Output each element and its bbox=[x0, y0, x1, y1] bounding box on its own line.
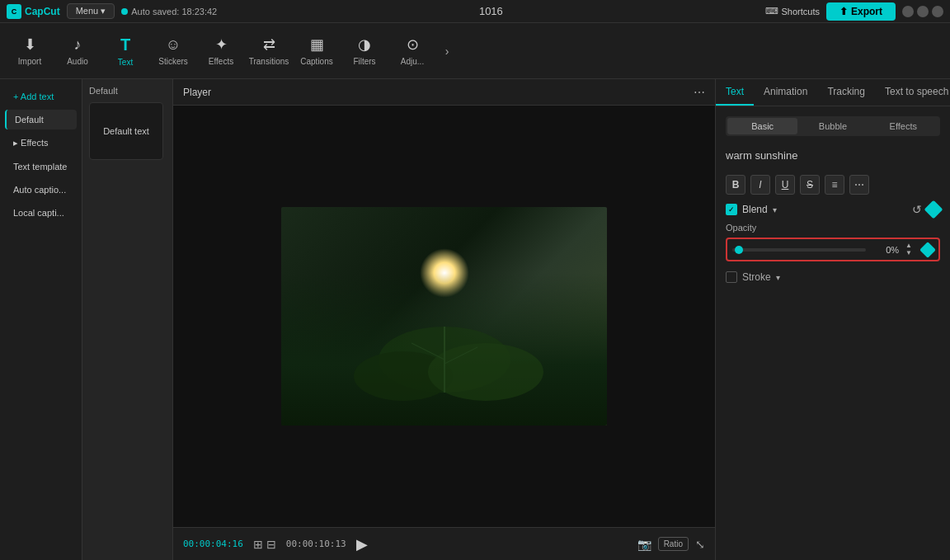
tool-audio[interactable]: ♪ Audio bbox=[54, 26, 101, 76]
tool-filters[interactable]: ◑ Filters bbox=[341, 26, 388, 76]
stickers-icon: ☺ bbox=[166, 36, 181, 54]
tool-effects[interactable]: ✦ Effects bbox=[198, 26, 244, 76]
tool-adjust[interactable]: ⊙ Adju... bbox=[389, 26, 435, 76]
stroke-checkbox[interactable] bbox=[726, 271, 737, 283]
transitions-icon: ⇄ bbox=[263, 35, 275, 54]
tool-transitions[interactable]: ⇄ Transitions bbox=[246, 26, 292, 76]
left-default-item[interactable]: Default bbox=[5, 110, 77, 129]
effects-icon: ✦ bbox=[215, 35, 228, 54]
autosaved-text: Auto saved: 18:23:42 bbox=[131, 7, 217, 16]
opacity-stepper[interactable]: ▲ ▼ bbox=[905, 242, 912, 256]
captions-label: Captions bbox=[300, 57, 332, 66]
autosaved-dot bbox=[121, 8, 128, 15]
opacity-value: 0% bbox=[872, 245, 899, 255]
blend-checkbox[interactable]: ✓ bbox=[726, 204, 737, 215]
blend-section: ✓ Blend ▾ ↺ bbox=[726, 203, 940, 216]
blend-caret[interactable]: ▾ bbox=[773, 205, 777, 214]
toolbar-more-button[interactable]: › bbox=[437, 26, 457, 76]
logo-text: CapCut bbox=[25, 6, 60, 17]
export-icon: ⬆ bbox=[839, 6, 848, 17]
top-bar: C CapCut Menu ▾ Auto saved: 18:23:42 101… bbox=[0, 0, 950, 23]
captions-icon: ▦ bbox=[310, 35, 324, 54]
menu-button[interactable]: Menu ▾ bbox=[67, 3, 115, 19]
grid2-icon[interactable]: ⊟ bbox=[266, 538, 276, 551]
blend-reset-icon[interactable]: ↺ bbox=[912, 203, 922, 216]
format-align[interactable]: ≡ bbox=[825, 175, 844, 195]
opacity-slider[interactable] bbox=[732, 248, 866, 252]
player-current-time: 00:00:04:16 bbox=[183, 539, 243, 549]
text-icon: T bbox=[120, 35, 130, 54]
format-italic[interactable]: I bbox=[750, 175, 770, 195]
player-canvas bbox=[173, 106, 715, 527]
filters-label: Filters bbox=[353, 57, 375, 66]
filters-icon: ◑ bbox=[358, 35, 371, 54]
opacity-row: 0% ▲ ▼ bbox=[726, 238, 940, 261]
stroke-label: Stroke bbox=[742, 271, 771, 283]
sub-tabs: Basic Bubble Effects bbox=[726, 116, 940, 136]
text-list-item[interactable]: Default text bbox=[89, 102, 163, 160]
main-area: + Add text Default ▸ Effects Text templa… bbox=[0, 79, 950, 560]
left-auto-caption-item[interactable]: Auto captio... bbox=[5, 180, 77, 200]
grid-icon[interactable]: ⊞ bbox=[253, 538, 263, 551]
minimize-button[interactable]: — bbox=[902, 6, 914, 17]
tab-animation[interactable]: Animation bbox=[754, 79, 817, 106]
stickers-label: Stickers bbox=[158, 57, 188, 66]
text-label: Text bbox=[118, 58, 133, 67]
opacity-thumb bbox=[735, 246, 743, 254]
blend-actions: ↺ bbox=[912, 203, 940, 216]
format-more[interactable]: ⋯ bbox=[849, 175, 869, 195]
left-effects-item[interactable]: ▸ Effects bbox=[5, 133, 77, 153]
player-total-time: 00:00:10:13 bbox=[286, 539, 346, 549]
format-strikethrough[interactable]: S bbox=[800, 175, 820, 195]
shortcuts-button[interactable]: ⌨ Shortcuts bbox=[765, 6, 820, 16]
project-id: 1016 bbox=[223, 5, 758, 17]
right-tabs: Text Animation Tracking Text to speech bbox=[716, 79, 950, 106]
stroke-caret[interactable]: ▾ bbox=[776, 273, 780, 282]
format-bold[interactable]: B bbox=[726, 175, 745, 195]
maximize-button[interactable]: □ bbox=[917, 6, 929, 17]
close-button[interactable]: ✕ bbox=[932, 6, 943, 17]
text-item-label: Default text bbox=[103, 126, 149, 136]
logo-icon: C bbox=[7, 4, 21, 19]
format-underline[interactable]: U bbox=[775, 175, 795, 195]
shortcuts-label: Shortcuts bbox=[782, 7, 820, 16]
format-row: B I U S ≡ ⋯ bbox=[726, 175, 940, 195]
player-right-controls: 📷 Ratio ⤡ bbox=[637, 537, 705, 551]
blend-label: ✓ Blend ▾ bbox=[726, 204, 777, 215]
player-controls: 00:00:04:16 ⊞ ⊟ 00:00:10:13 ▶ 📷 Ratio ⤡ bbox=[173, 527, 715, 560]
export-button[interactable]: ⬆ Export bbox=[826, 2, 896, 21]
export-label: Export bbox=[851, 6, 882, 17]
left-text-template-item[interactable]: Text template bbox=[5, 157, 77, 176]
keyboard-icon: ⌨ bbox=[765, 6, 778, 16]
sub-tab-effects[interactable]: Effects bbox=[868, 118, 938, 134]
top-right-controls: ⌨ Shortcuts ⬆ Export — □ ✕ bbox=[765, 2, 943, 21]
effects-label: Effects bbox=[209, 57, 233, 66]
camera-icon[interactable]: 📷 bbox=[637, 538, 651, 551]
video-preview bbox=[281, 207, 607, 426]
left-local-caption-item[interactable]: Local capti... bbox=[5, 203, 77, 223]
tool-import[interactable]: ⬇ Import bbox=[7, 26, 53, 76]
tab-tracking[interactable]: Tracking bbox=[817, 79, 875, 106]
sub-tab-basic[interactable]: Basic bbox=[727, 118, 797, 134]
opacity-up-arrow[interactable]: ▲ bbox=[905, 242, 912, 249]
tool-captions[interactable]: ▦ Captions bbox=[294, 26, 340, 76]
audio-icon: ♪ bbox=[74, 36, 82, 54]
opacity-label: Opacity bbox=[726, 223, 940, 233]
text-preview: warm sunshine bbox=[726, 146, 940, 165]
fullscreen-icon[interactable]: ⤡ bbox=[695, 538, 705, 551]
sub-tab-bubble[interactable]: Bubble bbox=[797, 118, 868, 134]
blend-keyframe-icon[interactable] bbox=[924, 200, 943, 219]
player-menu-icon[interactable]: ⋯ bbox=[694, 86, 705, 99]
tool-text[interactable]: T Text bbox=[102, 26, 148, 76]
blend-text: Blend bbox=[742, 204, 768, 215]
tab-text[interactable]: Text bbox=[716, 79, 754, 106]
tab-text-to-speech[interactable]: Text to speech bbox=[875, 79, 950, 106]
transitions-label: Transitions bbox=[249, 57, 289, 66]
tool-stickers[interactable]: ☺ Stickers bbox=[150, 26, 196, 76]
player-area: Player ⋯ 00:00:04:16 ⊞ bbox=[173, 79, 715, 560]
play-button[interactable]: ▶ bbox=[356, 535, 368, 553]
ratio-button[interactable]: Ratio bbox=[658, 537, 689, 551]
opacity-down-arrow[interactable]: ▼ bbox=[905, 250, 912, 256]
opacity-keyframe-icon[interactable] bbox=[919, 242, 936, 258]
add-text-button[interactable]: + Add text bbox=[5, 87, 77, 106]
